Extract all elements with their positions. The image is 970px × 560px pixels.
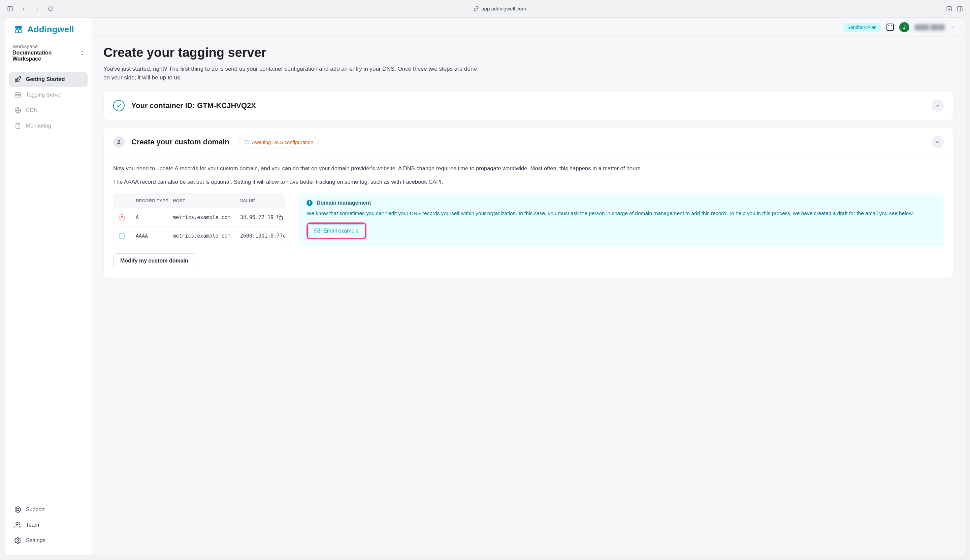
workspace-label: Workspace: [12, 43, 80, 49]
svg-line-17: [18, 510, 20, 512]
svg-point-21: [17, 540, 19, 542]
nav-label: Tagging Server: [26, 92, 62, 98]
avatar[interactable]: J: [899, 22, 909, 32]
check-icon: [113, 100, 125, 112]
page-subtitle: You've just started, right? The first th…: [104, 65, 481, 82]
content: Create your tagging server You've just s…: [92, 37, 965, 294]
dns-table: RECORD TYPE HOST VALUE ✕ A metrics.examp…: [113, 193, 285, 245]
svg-line-18: [18, 508, 20, 509]
sidebar-bottom: Support Team Settings: [5, 498, 92, 555]
sidebar-item-settings[interactable]: Settings: [9, 533, 88, 548]
step1-card: Your container ID: GTM-KCJHVQ2X: [104, 91, 953, 120]
svg-rect-9: [15, 93, 21, 95]
settings-chrome-icon[interactable]: [946, 5, 952, 12]
url-bar[interactable]: app.addingwell.com: [61, 6, 939, 12]
sidebar-item-monitoring[interactable]: Monitoring: [9, 118, 88, 133]
globe-icon: [15, 107, 21, 114]
collapse-button[interactable]: [932, 136, 944, 148]
record-value: 34.96.72.19: [240, 214, 273, 220]
plan-badge[interactable]: Sandbox Plan: [843, 23, 881, 32]
primary-nav: Getting Started Tagging Server CDN Monit…: [5, 67, 92, 498]
step2-para1: Now you need to update A records for you…: [113, 164, 944, 173]
topbar: Sandbox Plan J ████ ████: [92, 18, 965, 37]
chevron-down-icon[interactable]: [950, 25, 955, 30]
step2-title: Create your custom domain: [131, 138, 229, 147]
sidebar-toggle-icon[interactable]: [7, 5, 13, 12]
info-icon: i: [306, 200, 313, 206]
highlight-annotation: Email example: [306, 222, 366, 239]
workspace-selector[interactable]: Workspace Documentation Workspace: [5, 39, 92, 67]
step2-header[interactable]: 2 Create your custom domain Awaiting DNS…: [104, 128, 953, 156]
info-body: We know that sometimes you can't edit yo…: [306, 209, 936, 218]
sidebar-item-support[interactable]: Support: [9, 502, 88, 517]
svg-point-15: [17, 508, 19, 511]
table-row: ✕ A metrics.example.com 34.96.72.19: [114, 208, 284, 227]
svg-point-20: [16, 523, 18, 525]
sidebar-item-getting-started[interactable]: Getting Started: [9, 72, 88, 87]
record-host: metrics.example.com: [173, 233, 237, 239]
nav-label: Support: [26, 507, 45, 513]
step1-header[interactable]: Your container ID: GTM-KCJHVQ2X: [104, 92, 953, 120]
step-number: 2: [113, 136, 125, 148]
svg-rect-0: [8, 7, 12, 11]
logo-text: Addingwell: [27, 24, 74, 35]
spinner-icon: [244, 140, 249, 144]
copy-icon[interactable]: [277, 214, 283, 220]
step1-title: Your container ID: GTM-KCJHVQ2X: [131, 101, 256, 110]
rocket-icon: [15, 76, 21, 83]
record-type: A: [136, 214, 169, 220]
table-row: i AAAA metrics.example.com 2600:1901:0:7…: [114, 227, 284, 245]
nav-label: CDN: [26, 107, 38, 113]
svg-rect-2: [947, 7, 952, 11]
clipboard-icon: [15, 122, 21, 129]
modify-domain-button[interactable]: Modify my custom domain: [113, 253, 196, 268]
nav-label: Team: [26, 522, 39, 528]
url-text: app.addingwell.com: [481, 6, 526, 12]
svg-rect-5: [958, 7, 962, 11]
status-badge: Awaiting DNS configuration: [239, 137, 319, 147]
lifebuoy-icon: [15, 506, 21, 513]
svg-rect-10: [15, 95, 21, 97]
record-value: 2600:1901:0:77e8::: [240, 233, 285, 239]
error-status-icon: ✕: [119, 214, 125, 220]
svg-line-19: [16, 510, 17, 512]
step2-body: Now you need to update A records for you…: [104, 156, 953, 278]
email-example-button[interactable]: Email example: [309, 225, 365, 237]
sidebar-item-team[interactable]: Team: [9, 517, 88, 533]
svg-rect-22: [279, 217, 283, 220]
chat-icon[interactable]: [886, 23, 894, 31]
nav-label: Settings: [26, 537, 45, 543]
logo[interactable]: Addingwell: [5, 18, 92, 39]
reload-icon[interactable]: [47, 5, 54, 12]
info-box: i Domain management We know that sometim…: [299, 193, 944, 246]
nav-label: Monitoring: [26, 123, 51, 129]
sidebar: Addingwell Workspace Documentation Works…: [5, 18, 92, 555]
sidebar-item-tagging-server[interactable]: Tagging Server: [9, 87, 88, 103]
mail-icon: [314, 228, 320, 234]
server-icon: [15, 92, 21, 98]
info-title: i Domain management: [306, 200, 936, 206]
record-host: metrics.example.com: [173, 214, 237, 220]
logo-mark-icon: [13, 24, 24, 35]
expand-button[interactable]: [932, 100, 944, 112]
user-name: ████ ████: [915, 24, 945, 30]
main: Sandbox Plan J ████ ████ Create your tag…: [92, 18, 965, 555]
table-header: RECORD TYPE HOST VALUE: [114, 193, 284, 208]
svg-point-7: [15, 30, 18, 33]
sidebar-item-cdn[interactable]: CDN: [9, 103, 88, 118]
svg-line-16: [16, 508, 17, 509]
svg-rect-24: [315, 229, 320, 233]
page-title: Create your tagging server: [104, 45, 953, 60]
nav-label: Getting Started: [26, 77, 65, 82]
step2-card: 2 Create your custom domain Awaiting DNS…: [104, 128, 953, 278]
app-window: Addingwell Workspace Documentation Works…: [5, 18, 965, 555]
step2-para2: The AAAA record can also be set but is o…: [113, 177, 944, 186]
panel-chrome-icon[interactable]: [957, 5, 963, 12]
back-icon[interactable]: [20, 5, 27, 12]
forward-icon: [34, 5, 40, 12]
gear-icon: [15, 537, 21, 544]
record-type: AAAA: [136, 233, 169, 239]
browser-chrome: app.addingwell.com: [0, 0, 970, 18]
workspace-name: Documentation Workspace: [12, 50, 80, 62]
svg-point-8: [18, 30, 22, 33]
